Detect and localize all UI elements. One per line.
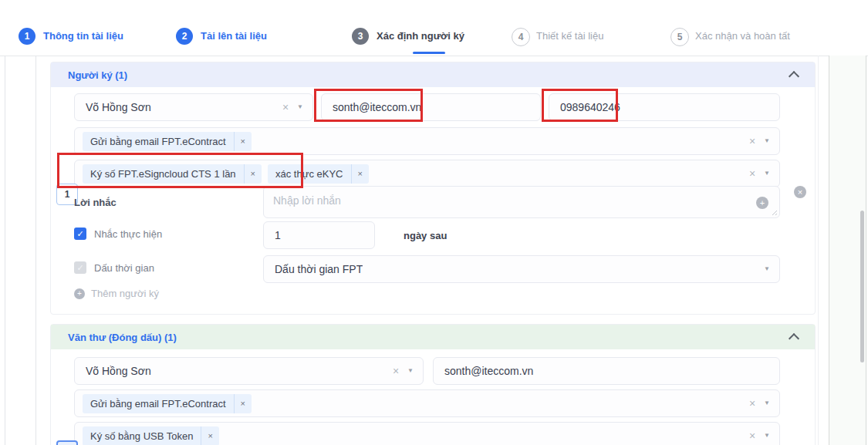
clerk-card-title: Văn thư (Đóng dấu) (1) xyxy=(68,332,177,343)
plus-circle-icon: + xyxy=(74,288,85,299)
sign-method-tag-2: xác thực eKYC × xyxy=(268,164,369,184)
chevron-down-icon[interactable]: ▼ xyxy=(764,138,770,144)
left-panel-border-inner xyxy=(35,56,36,445)
clear-icon[interactable]: × xyxy=(749,430,755,441)
step-3-circle: 3 xyxy=(352,28,369,45)
send-method-tag: Gửi bằng email FPT.eContract × xyxy=(83,132,252,151)
step-2-label[interactable]: Tải lên tài liệu xyxy=(201,30,267,42)
clerk-send-method-select[interactable]: Gửi bằng email FPT.eContract × × ▼ xyxy=(74,389,780,417)
clear-icon[interactable]: × xyxy=(749,136,755,147)
signer-card: Người ký (1) Võ Hồng Sơn × ▼ Gửi bằng em… xyxy=(50,62,816,315)
clerk-card: Văn thư (Đóng dấu) (1) Võ Hồng Sơn × ▼ G… xyxy=(50,324,816,445)
remind-days-field-wrap xyxy=(263,221,375,249)
step-3[interactable]: 3 xyxy=(352,28,369,45)
signer-sign-method-select[interactable]: Ký số FPT.eSigncloud CTS 1 lần × xác thự… xyxy=(74,160,780,187)
clerk-email-field-wrap xyxy=(433,357,780,385)
collapse-up-icon[interactable] xyxy=(789,71,799,82)
signer-email-field-wrap xyxy=(321,93,541,121)
step-5[interactable]: 5 xyxy=(670,28,689,46)
remind-label: Nhắc thực hiện xyxy=(94,228,162,240)
signer-card-header[interactable]: Người ký (1) xyxy=(51,62,815,87)
stepper-divider xyxy=(0,56,868,56)
clerk-sign-method-select[interactable]: Ký số bằng USB Token × × ▼ xyxy=(74,422,780,445)
timestamp-select[interactable]: Dấu thời gian FPT ▼ xyxy=(263,255,780,283)
step-1-label[interactable]: Thông tin tài liệu xyxy=(43,30,123,42)
timestamp-label: Dấu thời gian xyxy=(94,262,154,274)
signer-card-title: Người ký (1) xyxy=(68,69,127,81)
step-4[interactable]: 4 xyxy=(512,28,530,46)
chevron-down-icon[interactable]: ▼ xyxy=(764,400,770,406)
clear-icon[interactable]: × xyxy=(749,398,755,409)
clear-icon[interactable]: × xyxy=(393,366,399,376)
remind-checkbox[interactable]: ✓ xyxy=(74,228,86,240)
econtract-signer-step-page: 1 Thông tin tài liệu 2 Tải lên tài liệu … xyxy=(0,0,868,445)
clerk-send-method-tag: Gửi bằng email FPT.eContract × xyxy=(83,394,252,413)
signer-send-method-select[interactable]: Gửi bằng email FPT.eContract × × ▼ xyxy=(74,127,780,155)
chevron-down-icon[interactable]: ▼ xyxy=(407,368,414,374)
remove-tag-icon[interactable]: × xyxy=(235,399,252,408)
chevron-down-icon[interactable]: ▼ xyxy=(764,170,770,177)
remind-days-input[interactable] xyxy=(264,229,374,241)
send-method-tag-label: Gửi bằng email FPT.eContract xyxy=(83,136,234,147)
add-signer-button[interactable]: + Thêm người ký xyxy=(74,288,159,299)
signer-name-value: Võ Hồng Sơn xyxy=(86,101,151,113)
remind-days-suffix: ngày sau xyxy=(404,230,447,241)
delete-signer-icon[interactable]: × xyxy=(794,186,806,198)
collapse-up-icon[interactable] xyxy=(789,333,799,344)
clerk-send-method-tag-label: Gửi bằng email FPT.eContract xyxy=(83,398,234,410)
step-1-circle: 1 xyxy=(19,28,35,45)
clear-icon[interactable]: × xyxy=(749,168,755,179)
step-4-circle: 4 xyxy=(512,28,530,46)
clerk-email-input[interactable] xyxy=(434,365,779,377)
remove-tag-icon[interactable]: × xyxy=(245,169,262,178)
scrollbar-thumb[interactable] xyxy=(860,211,864,362)
signer-email-input[interactable] xyxy=(322,101,540,113)
reminder-field-wrap: + xyxy=(263,186,780,218)
sign-method-tag-2-label: xác thực eKYC xyxy=(268,168,350,180)
clerk-name-select[interactable]: Võ Hồng Sơn × ▼ xyxy=(74,357,424,385)
reminder-textarea[interactable] xyxy=(264,187,779,217)
clerk-sign-method-tag: Ký số bằng USB Token × xyxy=(83,426,219,445)
step-2[interactable]: 2 xyxy=(176,28,193,45)
step-3-label[interactable]: Xác định người ký xyxy=(377,30,464,42)
active-step-underline xyxy=(413,52,445,54)
timestamp-value: Dấu thời gian FPT xyxy=(275,263,363,275)
clear-icon[interactable]: × xyxy=(282,102,289,113)
step-2-circle: 2 xyxy=(176,28,193,45)
remove-tag-icon[interactable]: × xyxy=(352,169,369,178)
step-5-label[interactable]: Xác nhận và hoàn tất xyxy=(695,30,790,42)
chevron-down-icon[interactable]: ▼ xyxy=(297,104,303,110)
remove-tag-icon[interactable]: × xyxy=(201,431,218,440)
chevron-down-icon[interactable]: ▼ xyxy=(764,433,770,439)
signer-name-select[interactable]: Võ Hồng Sơn × ▼ xyxy=(74,93,313,121)
left-panel-border-outer xyxy=(5,56,5,445)
chevron-down-icon[interactable]: ▼ xyxy=(764,266,770,272)
remove-tag-icon[interactable]: × xyxy=(235,137,252,146)
sign-method-tag-1: Ký số FPT.eSigncloud CTS 1 lần × xyxy=(83,164,262,184)
clerk-order-box[interactable] xyxy=(56,440,78,445)
sign-method-tag-1-label: Ký số FPT.eSigncloud CTS 1 lần xyxy=(83,168,244,180)
signer-phone-field-wrap xyxy=(549,93,780,121)
add-reminder-icon[interactable]: + xyxy=(756,197,768,209)
timestamp-checkbox: ✓ xyxy=(74,261,86,274)
signer-phone-input[interactable] xyxy=(549,101,779,113)
add-signer-label: Thêm người ký xyxy=(91,288,159,299)
step-4-label[interactable]: Thiết kế tài liệu xyxy=(536,30,603,42)
clerk-card-header[interactable]: Văn thư (Đóng dấu) (1) xyxy=(51,325,815,349)
step-1[interactable]: 1 xyxy=(19,28,35,45)
clerk-sign-method-tag-label: Ký số bằng USB Token xyxy=(83,430,201,442)
step-5-circle: 5 xyxy=(670,28,689,46)
content-right-border xyxy=(818,56,819,445)
clerk-name-value: Võ Hồng Sơn xyxy=(86,365,151,377)
reminder-label: Lời nhắc xyxy=(74,197,117,208)
